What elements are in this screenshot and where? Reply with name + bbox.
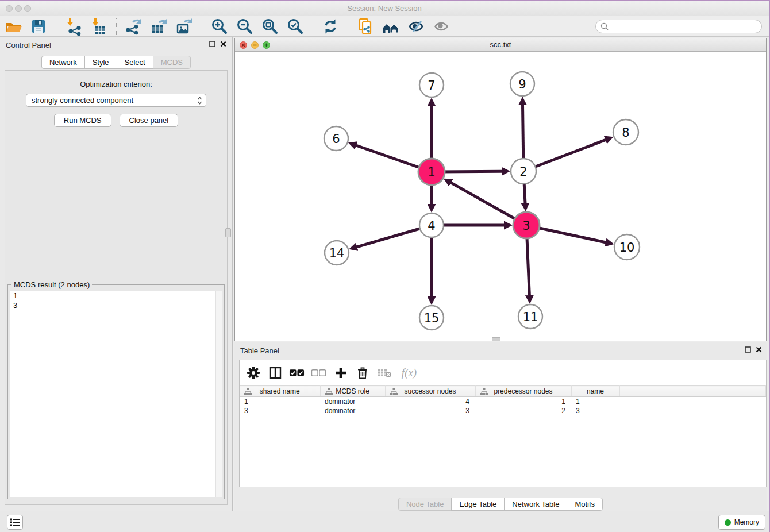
svg-text:3: 3: [522, 219, 530, 233]
close-window-icon[interactable]: [6, 5, 13, 12]
table-row[interactable]: 1dominator411: [240, 397, 766, 406]
maximize-view-icon[interactable]: [263, 41, 270, 49]
tab-edge-table[interactable]: Edge Table: [451, 498, 505, 511]
close-panel-button[interactable]: Close panel: [120, 114, 179, 127]
table-cell[interactable]: 1: [571, 397, 619, 406]
toolbar-separator: [56, 18, 56, 35]
splitter-grip[interactable]: [225, 228, 231, 237]
export-image-icon[interactable]: [175, 17, 194, 36]
graph-node[interactable]: 15: [419, 306, 444, 330]
refresh-icon[interactable]: [321, 17, 340, 36]
svg-text:10: 10: [619, 241, 635, 255]
graph-node[interactable]: 8: [613, 119, 638, 145]
table-cell[interactable]: 1: [240, 397, 320, 406]
trash-icon[interactable]: [355, 365, 370, 381]
mcds-result-item[interactable]: 1: [10, 291, 222, 300]
uncheck-all-icon[interactable]: [311, 365, 326, 381]
gear-icon[interactable]: [245, 365, 261, 381]
graph-node[interactable]: 9: [510, 72, 534, 96]
search-input[interactable]: [611, 22, 757, 30]
close-view-icon[interactable]: [240, 41, 247, 49]
memory-button[interactable]: Memory: [718, 515, 765, 530]
tab-mcds[interactable]: MCDS: [153, 56, 191, 69]
minimize-window-icon[interactable]: [15, 5, 22, 12]
memory-label: Memory: [734, 518, 759, 526]
network-canvas[interactable]: 1234678910111415: [235, 52, 766, 341]
export-network-icon[interactable]: [124, 17, 144, 36]
mcds-result-list[interactable]: 13: [10, 291, 222, 497]
graph-node[interactable]: 3: [513, 212, 540, 238]
mcds-result-item[interactable]: 3: [10, 300, 222, 310]
table-cell[interactable]: 2: [475, 406, 571, 415]
zoom-selected-icon[interactable]: [286, 17, 305, 36]
graph-node[interactable]: 6: [324, 126, 348, 151]
table-cell[interactable]: dominator: [320, 397, 385, 406]
float-panel-icon[interactable]: [209, 41, 215, 47]
graph-node[interactable]: 7: [419, 73, 444, 97]
column-header-shared-name[interactable]: shared name: [240, 386, 320, 397]
minimize-view-icon[interactable]: [251, 41, 259, 49]
slashed-eye-icon[interactable]: [406, 17, 426, 36]
graph-node[interactable]: 1: [418, 159, 445, 185]
search-field[interactable]: [595, 20, 762, 33]
control-panel-tabs: NetworkStyleSelectMCDS: [0, 56, 232, 69]
svg-text:8: 8: [622, 126, 629, 140]
close-panel-icon[interactable]: [756, 346, 762, 353]
node-table[interactable]: shared nameMCDS rolesuccessor nodesprede…: [240, 385, 766, 415]
tab-select[interactable]: Select: [117, 56, 153, 69]
table-panel-tabs: Node TableEdge TableNetwork TableMotifs: [234, 498, 767, 511]
open-folder-icon[interactable]: [3, 17, 23, 36]
columns-icon[interactable]: [267, 365, 283, 381]
tab-node-table[interactable]: Node Table: [398, 498, 452, 511]
zoom-in-icon[interactable]: [210, 17, 229, 36]
plus-icon[interactable]: [333, 365, 348, 381]
import-network-icon[interactable]: [64, 17, 83, 36]
table-panel: Table Panel: [234, 342, 767, 511]
graph-node[interactable]: 4: [419, 213, 444, 237]
delete-table-icon[interactable]: [376, 365, 392, 381]
list-icon: [10, 518, 20, 527]
table-cell[interactable]: 1: [475, 397, 571, 406]
tab-network-table[interactable]: Network Table: [504, 498, 567, 511]
table-toolbar: f(x): [240, 360, 766, 385]
houses-icon[interactable]: [381, 17, 401, 36]
application-window: Session: New Session: [0, 0, 770, 532]
table-cell[interactable]: dominator: [320, 406, 385, 415]
graph-node[interactable]: 11: [518, 304, 542, 329]
zoom-out-icon[interactable]: [235, 17, 255, 36]
check-all-icon[interactable]: [289, 365, 305, 381]
table-cell[interactable]: 4: [385, 397, 475, 406]
splitter-grip[interactable]: [492, 337, 500, 341]
network-title: scc.txt: [235, 38, 766, 51]
graph-node[interactable]: 14: [325, 241, 349, 265]
eye-icon[interactable]: [432, 17, 451, 36]
table-cell[interactable]: 3: [240, 406, 320, 415]
tab-style[interactable]: Style: [84, 56, 117, 69]
graph-node[interactable]: 10: [614, 234, 640, 260]
run-mcds-button[interactable]: Run MCDS: [54, 114, 111, 127]
import-table-icon[interactable]: [89, 17, 109, 36]
maximize-window-icon[interactable]: [24, 5, 31, 12]
scrollbar-track[interactable]: [215, 291, 222, 497]
svg-text:14: 14: [329, 246, 345, 260]
table-cell[interactable]: 3: [571, 406, 619, 415]
network-graph[interactable]: 1234678910111415: [235, 52, 766, 341]
zoom-fit-icon[interactable]: [260, 17, 280, 36]
column-header-MCDS-role[interactable]: MCDS role: [320, 386, 385, 397]
task-history-button[interactable]: [7, 515, 23, 530]
dropdown-value: strongly connected component: [32, 96, 197, 105]
close-panel-icon[interactable]: [220, 41, 226, 47]
tab-network[interactable]: Network: [41, 56, 85, 69]
graph-node[interactable]: 2: [511, 159, 536, 184]
table-cell[interactable]: 3: [385, 406, 475, 415]
tab-motifs[interactable]: Motifs: [567, 498, 603, 511]
column-header-successor-nodes[interactable]: successor nodes: [385, 386, 475, 397]
save-icon[interactable]: [29, 17, 48, 36]
column-header-name[interactable]: name: [571, 386, 619, 397]
float-panel-icon[interactable]: [745, 346, 751, 353]
optimization-dropdown[interactable]: strongly connected component: [26, 94, 206, 107]
column-header-predecessor-nodes[interactable]: predecessor nodes: [475, 386, 571, 397]
export-table-icon[interactable]: [149, 17, 169, 36]
copy-network-icon[interactable]: [356, 17, 375, 36]
table-row[interactable]: 3dominator323: [240, 406, 766, 415]
